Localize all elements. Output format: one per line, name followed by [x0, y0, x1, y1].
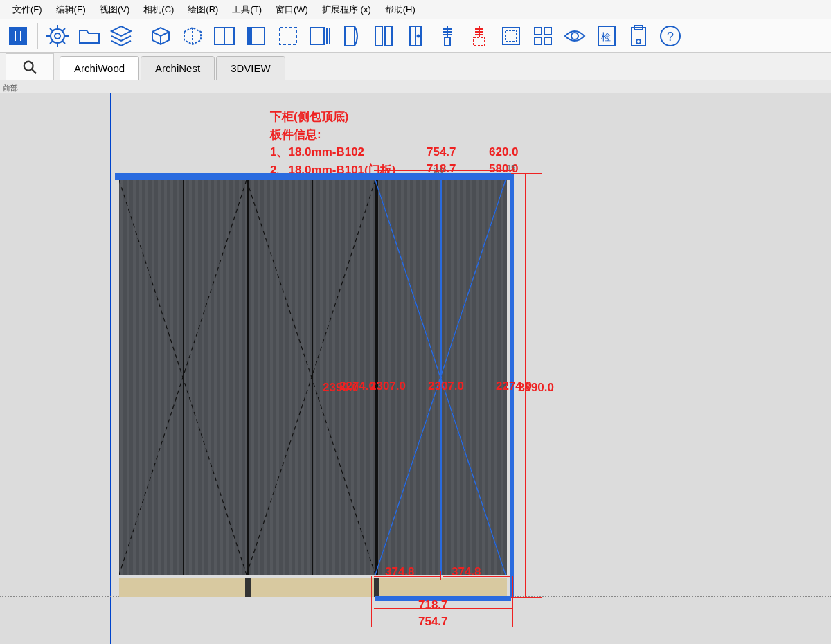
tool-clipboard-icon[interactable] — [623, 21, 654, 51]
svg-line-46 — [32, 69, 36, 73]
plinth-gap — [374, 578, 379, 597]
tool-hardware-active-icon[interactable] — [464, 21, 494, 51]
menu-extensions[interactable]: 扩展程序 (x) — [315, 1, 378, 19]
viewport-label: 前部 — [3, 83, 18, 93]
svg-rect-34 — [544, 28, 551, 35]
tool-hardware-icon[interactable] — [432, 21, 463, 51]
svg-point-26 — [418, 35, 420, 37]
menu-draw[interactable]: 绘图(R) — [181, 1, 225, 19]
dim-mid1: 2307.0 — [370, 379, 406, 393]
tool-eye-icon[interactable] — [560, 21, 590, 51]
tool-door3-icon[interactable] — [400, 21, 431, 51]
dim-ext — [511, 173, 542, 174]
dim-ext — [371, 576, 372, 627]
svg-rect-28 — [445, 37, 450, 46]
tool-gear-icon[interactable] — [42, 21, 73, 51]
tool-inspect-icon[interactable]: 检 — [591, 21, 622, 51]
cabinet-dash-overlay — [119, 180, 507, 575]
tool-front-icon[interactable] — [241, 21, 271, 51]
tool-box-dashed-icon[interactable] — [177, 21, 208, 51]
svg-line-11 — [50, 41, 53, 44]
dim-top-outer: 754.7 — [427, 145, 456, 159]
dim-right-inner: 2274.0 — [496, 379, 532, 393]
svg-line-10 — [62, 41, 65, 44]
tool-grid-icon[interactable] — [528, 21, 558, 51]
svg-line-12 — [62, 28, 65, 31]
axis-vertical — [110, 93, 111, 644]
svg-line-9 — [50, 28, 53, 31]
tool-home-icon[interactable] — [3, 21, 33, 51]
plinth-gap — [245, 578, 251, 597]
menu-tools[interactable]: 工具(T) — [225, 1, 269, 19]
svg-rect-33 — [535, 28, 542, 35]
info-title: 下柜(侧包顶底) — [270, 108, 395, 126]
svg-rect-18 — [310, 28, 324, 44]
svg-point-37 — [571, 33, 578, 39]
dim-tiny-2: 15 — [507, 163, 515, 172]
svg-rect-0 — [10, 28, 26, 44]
search-icon — [22, 60, 37, 75]
tabs-row: ArchiWood ArchiNest 3DVIEW — [0, 53, 831, 80]
tab-3dview[interactable]: 3DVIEW — [216, 56, 285, 80]
dim-ext — [511, 597, 542, 598]
menu-window[interactable]: 窗口(W) — [269, 1, 315, 19]
svg-text:?: ? — [667, 30, 674, 44]
cabinet-body — [119, 180, 507, 575]
svg-rect-23 — [385, 26, 392, 46]
dim-bottom-sec1: 374.8 — [385, 565, 415, 579]
dim-bottom-outer: 754.7 — [418, 615, 448, 629]
tool-help-icon[interactable]: ? — [655, 21, 686, 51]
tab-archiwood[interactable]: ArchiWood — [60, 56, 139, 80]
dim-ext — [512, 576, 513, 627]
menu-edit[interactable]: 编辑(E) — [49, 1, 93, 19]
svg-rect-35 — [535, 37, 542, 44]
svg-rect-17 — [280, 28, 296, 44]
tool-region-icon[interactable] — [496, 21, 526, 51]
tool-box-icon[interactable] — [145, 21, 176, 51]
svg-rect-30 — [474, 37, 485, 46]
menu-file[interactable]: 文件(F) — [6, 1, 49, 19]
tool-align-icon[interactable] — [305, 21, 335, 51]
toolbar: 检 ? — [0, 19, 831, 53]
dim-ext — [440, 571, 441, 580]
menu-camera[interactable]: 相机(C) — [136, 1, 181, 19]
dim-bottom-sec2: 374.8 — [452, 565, 481, 579]
dim-bottom-inner: 718.7 — [418, 598, 448, 612]
tool-open-icon[interactable] — [74, 21, 105, 51]
tool-select-rect-icon[interactable] — [273, 21, 303, 51]
menu-bar: 文件(F) 编辑(E) 视图(V) 相机(C) 绘图(R) 工具(T) 窗口(W… — [0, 0, 831, 19]
info-panel-header: 板件信息: — [270, 126, 395, 144]
svg-rect-22 — [375, 26, 382, 46]
svg-rect-21 — [345, 26, 355, 46]
svg-point-42 — [636, 39, 641, 44]
viewport-3d[interactable]: 下柜(侧包顶底) 板件信息: 1、18.0mm-B102 2、18.0mm-B1… — [0, 93, 831, 644]
menu-help[interactable]: 帮助(H) — [378, 1, 422, 19]
svg-text:检: 检 — [601, 31, 611, 42]
tool-door1-icon[interactable] — [337, 21, 367, 51]
svg-point-45 — [24, 61, 33, 70]
search-button[interactable] — [6, 53, 54, 80]
dim-mid2: 2307.0 — [428, 379, 464, 393]
menu-view[interactable]: 视图(V) — [93, 1, 136, 19]
info-panel-1: 1、18.0mm-B102 — [270, 143, 395, 161]
tool-layers-icon[interactable] — [106, 21, 136, 51]
svg-rect-2 — [19, 30, 22, 42]
svg-rect-36 — [544, 37, 551, 44]
tool-door2-icon[interactable] — [368, 21, 399, 51]
svg-rect-32 — [506, 30, 517, 42]
svg-point-4 — [55, 33, 60, 39]
tab-archinest[interactable]: ArchiNest — [141, 56, 215, 80]
dim-top-outer2: 620.0 — [489, 145, 519, 159]
cabinet-plinth — [119, 578, 507, 597]
svg-rect-16 — [248, 28, 252, 44]
tool-split-icon[interactable] — [209, 21, 240, 51]
dim-tiny-1: 2.0 — [434, 166, 444, 175]
svg-rect-1 — [14, 30, 17, 42]
